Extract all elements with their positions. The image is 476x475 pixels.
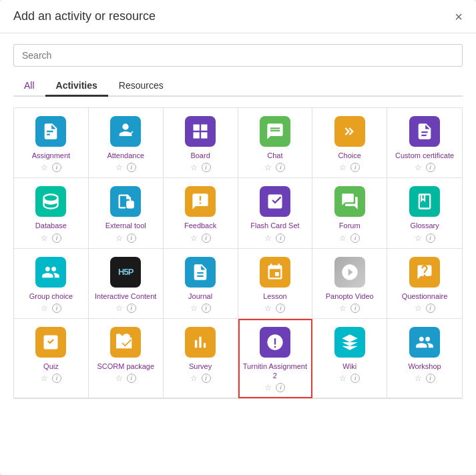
grid-item-flash-card-set[interactable]: Flash Card Set☆i xyxy=(238,178,313,248)
questionnaire-star[interactable]: ☆ xyxy=(415,304,422,313)
glossary-icon xyxy=(409,186,440,217)
attendance-info[interactable]: i xyxy=(127,163,136,172)
assignment-info[interactable]: i xyxy=(52,163,61,172)
grid-item-board[interactable]: Board☆i xyxy=(164,108,238,178)
chat-info[interactable]: i xyxy=(276,163,285,172)
grid-item-survey[interactable]: Survey☆i xyxy=(164,319,238,399)
grid-item-database[interactable]: Database☆i xyxy=(14,178,89,248)
grid-item-custom-certificate[interactable]: Custom certificate☆i xyxy=(387,108,462,178)
glossary-info[interactable]: i xyxy=(426,233,435,243)
board-info[interactable]: i xyxy=(202,163,211,172)
grid-item-questionnaire[interactable]: Questionnaire☆i xyxy=(387,249,462,319)
external-tool-star[interactable]: ☆ xyxy=(115,233,123,243)
workshop-info[interactable]: i xyxy=(426,374,435,383)
group-choice-info[interactable]: i xyxy=(52,304,61,313)
wiki-actions: ☆i xyxy=(339,374,360,383)
custom-certificate-info[interactable]: i xyxy=(426,163,435,172)
chat-star[interactable]: ☆ xyxy=(264,163,272,172)
wiki-star[interactable]: ☆ xyxy=(339,374,346,383)
grid-item-workshop[interactable]: Workshop☆i xyxy=(387,319,462,399)
survey-star[interactable]: ☆ xyxy=(190,374,198,383)
panopto-video-info[interactable]: i xyxy=(350,304,360,313)
wiki-label: Wiki xyxy=(342,362,356,371)
attendance-star[interactable]: ☆ xyxy=(115,163,123,172)
board-star[interactable]: ☆ xyxy=(190,163,198,172)
quiz-star[interactable]: ☆ xyxy=(41,374,48,383)
feedback-star[interactable]: ☆ xyxy=(190,233,198,243)
lesson-icon xyxy=(260,257,290,288)
lesson-star[interactable]: ☆ xyxy=(264,304,272,313)
external-tool-info[interactable]: i xyxy=(127,233,136,243)
flash-card-set-label: Flash Card Set xyxy=(250,221,299,230)
grid-item-quiz[interactable]: Quiz☆i xyxy=(14,319,89,399)
grid-item-choice[interactable]: Choice☆i xyxy=(312,108,387,178)
custom-certificate-star[interactable]: ☆ xyxy=(415,163,422,172)
grid-item-chat[interactable]: Chat☆i xyxy=(238,108,313,178)
chat-icon xyxy=(260,116,290,147)
grid-item-interactive-content[interactable]: H5PInteractive Content☆i xyxy=(89,249,164,319)
tab-activities[interactable]: Activities xyxy=(45,76,108,97)
grid-item-panopto-video[interactable]: Panopto Video☆i xyxy=(312,249,387,319)
tab-all[interactable]: All xyxy=(13,76,45,97)
interactive-content-star[interactable]: ☆ xyxy=(115,304,123,313)
custom-certificate-actions: ☆i xyxy=(415,163,435,172)
database-info[interactable]: i xyxy=(52,233,61,243)
panopto-video-star[interactable]: ☆ xyxy=(339,304,346,313)
board-label: Board xyxy=(190,151,210,160)
flash-card-set-info[interactable]: i xyxy=(276,233,285,243)
questionnaire-info[interactable]: i xyxy=(426,304,435,313)
feedback-info[interactable]: i xyxy=(202,233,211,243)
turnitin-assignment-2-info[interactable]: i xyxy=(276,383,285,392)
forum-info[interactable]: i xyxy=(350,233,360,243)
feedback-actions: ☆i xyxy=(190,233,211,243)
glossary-star[interactable]: ☆ xyxy=(415,233,422,243)
grid-item-lesson[interactable]: Lesson☆i xyxy=(238,249,313,319)
grid-item-assignment[interactable]: Assignment☆i xyxy=(14,108,89,178)
grid-item-turnitin-assignment-2[interactable]: Turnitin Assignment 2☆i xyxy=(238,319,313,399)
attendance-label: Attendance xyxy=(107,151,144,160)
database-star[interactable]: ☆ xyxy=(41,233,48,243)
dialog-body: AllActivitiesResources Assignment☆iAtten… xyxy=(0,33,476,475)
grid-item-glossary[interactable]: Glossary☆i xyxy=(387,178,462,248)
grid-item-wiki[interactable]: Wiki☆i xyxy=(312,319,387,399)
search-input[interactable] xyxy=(13,44,463,67)
grid-item-journal[interactable]: Journal☆i xyxy=(164,249,238,319)
choice-star[interactable]: ☆ xyxy=(339,163,346,172)
grid-item-forum[interactable]: Forum☆i xyxy=(312,178,387,248)
scorm-package-star[interactable]: ☆ xyxy=(115,374,123,383)
journal-info[interactable]: i xyxy=(202,304,211,313)
grid-item-scorm-package[interactable]: SCORM package☆i xyxy=(89,319,164,399)
forum-star[interactable]: ☆ xyxy=(339,233,346,243)
group-choice-star[interactable]: ☆ xyxy=(41,304,48,313)
grid-item-external-tool[interactable]: External tool☆i xyxy=(89,178,164,248)
feedback-label: Feedback xyxy=(184,221,216,230)
scorm-package-info[interactable]: i xyxy=(127,374,136,383)
group-choice-icon xyxy=(35,257,66,288)
wiki-info[interactable]: i xyxy=(350,374,360,383)
database-icon xyxy=(35,186,66,217)
survey-info[interactable]: i xyxy=(202,374,211,383)
quiz-info[interactable]: i xyxy=(52,374,61,383)
forum-label: Forum xyxy=(339,221,361,230)
interactive-content-info[interactable]: i xyxy=(127,304,136,313)
workshop-label: Workshop xyxy=(408,362,441,371)
flash-card-set-star[interactable]: ☆ xyxy=(264,233,272,243)
assignment-icon xyxy=(35,116,66,147)
interactive-content-icon: H5P xyxy=(110,257,141,288)
tab-resources[interactable]: Resources xyxy=(108,76,174,97)
journal-star[interactable]: ☆ xyxy=(190,304,198,313)
close-button[interactable]: × xyxy=(455,10,463,23)
grid-item-attendance[interactable]: Attendance☆i xyxy=(89,108,164,178)
lesson-info[interactable]: i xyxy=(276,304,285,313)
turnitin-assignment-2-star[interactable]: ☆ xyxy=(264,383,272,392)
workshop-star[interactable]: ☆ xyxy=(415,374,422,383)
assignment-star[interactable]: ☆ xyxy=(41,163,48,172)
forum-actions: ☆i xyxy=(339,233,360,243)
board-actions: ☆i xyxy=(190,163,211,172)
grid-item-group-choice[interactable]: Group choice☆i xyxy=(14,249,89,319)
board-icon xyxy=(185,116,216,147)
chat-actions: ☆i xyxy=(264,163,285,172)
grid-item-feedback[interactable]: Feedback☆i xyxy=(164,178,238,248)
survey-label: Survey xyxy=(189,362,212,371)
choice-info[interactable]: i xyxy=(350,163,360,172)
